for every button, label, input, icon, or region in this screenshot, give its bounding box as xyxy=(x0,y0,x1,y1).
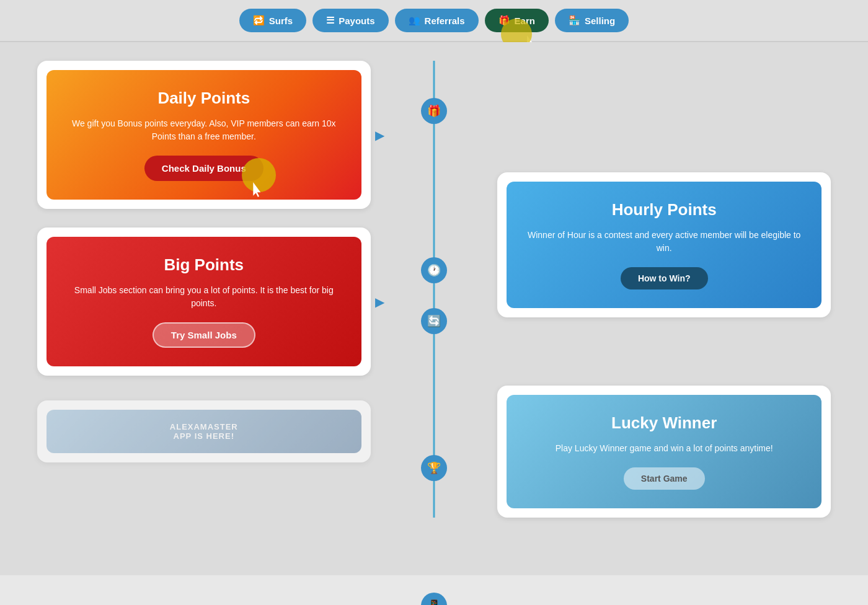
big-points-title: Big Points xyxy=(62,255,346,275)
daily-points-title: Daily Points xyxy=(62,89,346,108)
lucky-winner-desc: Play Lucky Winner game and win a lot of … xyxy=(522,442,806,455)
app-banner-inner: alexamaster APP IS HERE! xyxy=(46,410,361,453)
payouts-icon: ☰ xyxy=(326,15,334,26)
nav-referrals-button[interactable]: 👥 Referrals xyxy=(395,9,479,32)
how-to-win-button[interactable]: How to Win? xyxy=(621,267,708,289)
app-banner-line2: APP IS HERE! xyxy=(59,431,349,441)
nav-surfs-button[interactable]: 🔁 Surfs xyxy=(239,9,306,32)
hourly-points-desc: Winner of Hour is a contest and every ac… xyxy=(522,229,806,255)
timeline-icon-hourly: 🕐 xyxy=(421,257,447,283)
daily-points-card: Daily Points We gift you Bonus points ev… xyxy=(46,70,361,200)
hourly-points-wrapper: Hourly Points Winner of Hour is a contes… xyxy=(497,172,831,317)
right-column: Hourly Points Winner of Hour is a contes… xyxy=(497,172,831,518)
timeline-icon-mobile: 📱 xyxy=(421,593,447,605)
lucky-winner-card: Lucky Winner Play Lucky Winner game and … xyxy=(507,395,822,508)
nav-payouts-button[interactable]: ☰ Payouts xyxy=(312,9,388,32)
nav-earn-button[interactable]: 🎁 Earn xyxy=(485,9,549,32)
earn-icon: 🎁 xyxy=(498,15,510,26)
hourly-points-card: Hourly Points Winner of Hour is a contes… xyxy=(507,182,822,308)
timeline-icon-bigpoints: 🔄 xyxy=(421,308,447,334)
hourly-points-title: Hourly Points xyxy=(522,200,806,219)
selling-icon: 🏪 xyxy=(569,15,580,26)
earn-wrapper: 🎁 Earn xyxy=(485,9,549,32)
cursor-daily-icon xyxy=(250,182,267,198)
big-points-desc: Small Jobs section can bring you a lot o… xyxy=(62,284,346,310)
lucky-winner-title: Lucky Winner xyxy=(522,413,806,433)
big-points-wrapper: Big Points Small Jobs section can bring … xyxy=(37,227,371,376)
surfs-icon: 🔁 xyxy=(253,15,265,26)
try-small-jobs-button[interactable]: Try Small Jobs xyxy=(153,322,255,348)
referrals-icon: 👥 xyxy=(409,15,420,26)
start-game-button[interactable]: Start Game xyxy=(624,467,705,490)
daily-points-wrapper: Daily Points We gift you Bonus points ev… xyxy=(37,61,371,209)
timeline-icon-daily: 🎁 xyxy=(421,98,447,124)
left-column: Daily Points We gift you Bonus points ev… xyxy=(37,61,371,462)
lucky-winner-wrapper: Lucky Winner Play Lucky Winner game and … xyxy=(497,386,831,518)
main-content: Daily Points We gift you Bonus points ev… xyxy=(0,42,868,575)
daily-points-desc: We gift you Bonus points everyday. Also,… xyxy=(62,117,346,143)
app-banner-line1: alexamaster xyxy=(59,422,349,431)
app-banner: alexamaster APP IS HERE! xyxy=(37,400,371,462)
big-points-card: Big Points Small Jobs section can bring … xyxy=(46,237,361,366)
navigation-bar: 🔁 Surfs ☰ Payouts 👥 Referrals 🎁 Earn 🏪 S… xyxy=(0,0,868,42)
timeline-icon-lucky: 🏆 xyxy=(421,455,447,481)
nav-selling-button[interactable]: 🏪 Selling xyxy=(555,9,629,32)
